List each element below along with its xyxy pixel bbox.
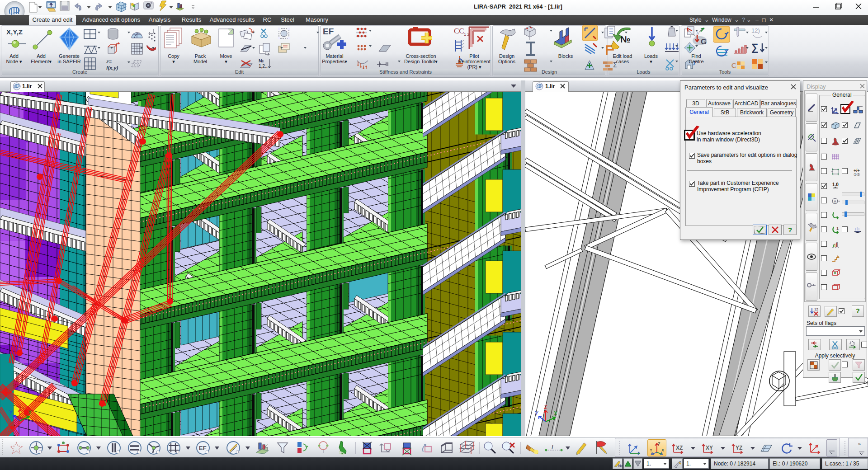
svg-text:XY: XY — [706, 445, 713, 451]
svg-text:L: L — [552, 444, 555, 451]
svg-text:X: X — [28, 409, 32, 416]
svg-text:12): 12) — [751, 27, 760, 34]
svg-text:12: 12 — [814, 307, 818, 311]
svg-text:1,2...: 1,2... — [259, 64, 269, 69]
svg-text:Y: Y — [9, 409, 13, 416]
svg-text:Y: Y — [535, 410, 538, 417]
svg-text:№: № — [620, 34, 630, 44]
svg-text:XZ: XZ — [676, 445, 683, 451]
svg-text:Z: Z — [658, 442, 660, 446]
svg-text:①②: ①② — [854, 173, 860, 177]
svg-text:A: A — [834, 199, 836, 204]
svg-text:X: X — [661, 448, 664, 452]
svg-text:z=: z= — [106, 59, 112, 64]
svg-text:1.0: 1.0 — [832, 182, 839, 187]
svg-text:YZ: YZ — [736, 445, 742, 451]
svg-text:G: G — [701, 38, 707, 46]
svg-text:X: X — [554, 410, 557, 417]
svg-text:Y: Y — [650, 448, 652, 452]
svg-text:Z: Z — [18, 403, 21, 409]
svg-text:C: C — [731, 62, 736, 69]
svg-text:1: 1 — [836, 226, 839, 230]
svg-text:EF: EF — [323, 27, 334, 36]
svg-text:f(x,y): f(x,y) — [106, 65, 118, 70]
svg-text:№: № — [259, 58, 264, 63]
svg-text:∑: ∑ — [751, 42, 759, 53]
svg-text:№: № — [618, 464, 623, 468]
svg-text:»: » — [858, 441, 861, 446]
svg-text:Z: Z — [544, 404, 547, 410]
svg-text:EF: EF — [199, 445, 207, 451]
